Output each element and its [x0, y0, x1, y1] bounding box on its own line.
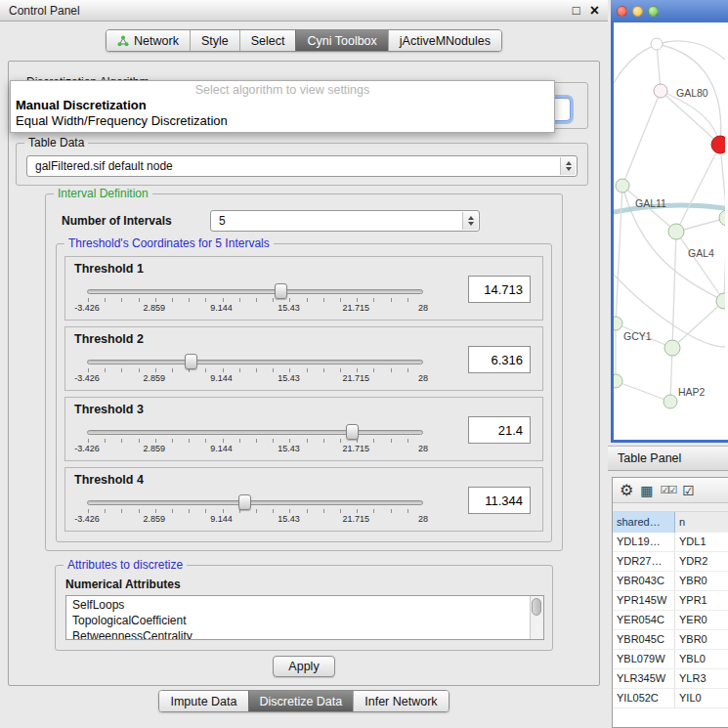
slider-ticks: [88, 368, 423, 372]
network-node[interactable]: [651, 38, 663, 50]
threshold-box-4: Threshold 4-3.4262.8599.14415.4321.71528…: [64, 467, 543, 532]
threshold-value-field[interactable]: 11.344: [468, 487, 531, 514]
slider-track[interactable]: [87, 289, 423, 294]
combobox-stepper-icon[interactable]: [560, 157, 576, 175]
table-column-header[interactable]: shared…: [613, 512, 675, 533]
float-window-icon[interactable]: □: [573, 4, 580, 17]
close-window-icon[interactable]: ×: [590, 3, 599, 19]
columns-icon[interactable]: ▦: [640, 484, 653, 497]
zoom-traffic-light-icon[interactable]: [648, 6, 659, 17]
table-column-header[interactable]: n: [675, 512, 728, 533]
slider-track[interactable]: [87, 360, 423, 364]
network-edge[interactable]: [616, 186, 622, 323]
network-node-hap2[interactable]: [664, 395, 677, 408]
scale-label: 2.859: [144, 514, 166, 524]
network-edge[interactable]: [616, 381, 670, 402]
table-cell: YPR145W: [613, 591, 675, 610]
threshold-value-field[interactable]: 21.4: [468, 416, 531, 444]
tab-select[interactable]: Select: [239, 30, 296, 51]
tab-label: Cyni Toolbox: [307, 34, 376, 48]
network-node[interactable]: [664, 340, 680, 356]
attributes-scrollbar[interactable]: [530, 596, 543, 639]
slider-thumb[interactable]: [185, 354, 197, 369]
slider-thumb[interactable]: [275, 283, 287, 299]
table-row[interactable]: YDL19…YDL1: [613, 533, 728, 552]
threshold-box-2: Threshold 2-3.4262.8599.14415.4321.71528…: [64, 326, 543, 391]
top-tab-row: NetworkStyleSelectCyni ToolboxjActiveMNo…: [0, 29, 608, 52]
network-icon: [117, 35, 129, 47]
combobox-stepper-icon[interactable]: [462, 212, 478, 230]
tab-impute-data[interactable]: Impute Data: [159, 691, 247, 711]
network-node-gal80[interactable]: [654, 84, 667, 98]
slider-track[interactable]: [87, 500, 423, 505]
network-edge[interactable]: [672, 301, 724, 348]
network-edge[interactable]: [724, 218, 725, 301]
scrollbar-thumb[interactable]: [532, 598, 541, 616]
network-node-gal11[interactable]: [616, 179, 629, 193]
scale-label: -3.426: [74, 373, 100, 383]
threshold-slider[interactable]: -3.4262.8599.14415.4321.71528: [87, 281, 423, 319]
popup-item-equal-width-frequency-discretization[interactable]: Equal Width/Frequency Discretization: [11, 113, 554, 129]
table-row[interactable]: YBR045CYBR0: [613, 630, 728, 650]
network-edge[interactable]: [622, 91, 661, 186]
threshold-slider[interactable]: -3.4262.8599.14415.4321.71528: [87, 352, 423, 389]
apply-button[interactable]: Apply: [273, 656, 335, 677]
attribute-item-topologicalcoefficient[interactable]: TopologicalCoefficient: [66, 613, 530, 628]
control-panel-title: Control Panel: [9, 4, 80, 18]
network-edge[interactable]: [672, 232, 676, 348]
network-node[interactable]: [711, 136, 725, 153]
tab-cyni-toolbox[interactable]: Cyni Toolbox: [295, 30, 387, 51]
interval-definition-group-title: Interval Definition: [54, 187, 152, 200]
minimize-traffic-light-icon[interactable]: [632, 6, 643, 17]
table-row[interactable]: YER054CYER0: [613, 611, 728, 630]
slider-thumb[interactable]: [238, 494, 251, 510]
network-node[interactable]: [719, 210, 725, 226]
algorithm-popup: Select algorithm to view settings Manual…: [10, 80, 555, 133]
scale-label: 21.715: [342, 373, 369, 383]
network-view-window: GAL80GAL11GAL4GCY1HAP2: [611, 0, 728, 443]
node-label: GAL4: [688, 247, 714, 259]
table-row[interactable]: YBL079WYBL0: [613, 650, 728, 669]
threshold-value-field[interactable]: 6.316: [468, 346, 531, 373]
network-node[interactable]: [614, 374, 622, 388]
network-edge[interactable]: [676, 145, 720, 232]
tab-network[interactable]: Network: [107, 30, 190, 51]
number-of-intervals-combobox[interactable]: 5: [210, 210, 480, 232]
top-tab-bar: NetworkStyleSelectCyni ToolboxjActiveMNo…: [106, 29, 502, 52]
network-edge[interactable]: [661, 91, 720, 145]
threshold-slider[interactable]: -3.4262.8599.14415.4321.71528: [87, 422, 423, 459]
table-row[interactable]: YPR145WYPR1: [613, 591, 728, 611]
scale-label: 28: [418, 373, 428, 383]
tab-infer-network[interactable]: Infer Network: [353, 691, 448, 711]
slider-track[interactable]: [87, 430, 423, 435]
network-canvas[interactable]: GAL80GAL11GAL4GCY1HAP2: [614, 22, 728, 440]
network-thick-edge[interactable]: [614, 205, 725, 212]
attributes-group: Attributes to discretize Numerical Attri…: [55, 565, 553, 651]
threshold-value-field[interactable]: 14.713: [468, 276, 531, 303]
checkbox-icon[interactable]: ☑: [682, 484, 695, 497]
popup-item-manual-discretization[interactable]: Manual Discretization: [11, 98, 554, 113]
table-cell: YIL052C: [613, 689, 675, 707]
network-node-gcy1[interactable]: [614, 317, 622, 330]
table-cell: YBL0: [675, 650, 728, 668]
tab-style[interactable]: Style: [190, 30, 239, 51]
network-edge[interactable]: [676, 232, 724, 301]
tab-jactivemnodules[interactable]: jActiveMNodules: [388, 30, 501, 51]
table-row[interactable]: YLR345WYLR3: [613, 669, 728, 689]
table-row[interactable]: YBR043CYBR0: [613, 572, 728, 591]
threshold-slider[interactable]: -3.4262.8599.14415.4321.71528: [87, 492, 423, 530]
close-traffic-light-icon[interactable]: [617, 6, 627, 17]
table-row[interactable]: YDR27…YDR2: [613, 552, 728, 572]
gear-icon[interactable]: ⚙: [620, 483, 633, 498]
table-panel-spacer: [613, 503, 728, 512]
tab-discretize-data[interactable]: Discretize Data: [248, 691, 354, 711]
checkbox-pair-icon[interactable]: ☑☑: [661, 485, 676, 495]
network-node-gal4[interactable]: [668, 224, 684, 239]
node-label: HAP2: [678, 386, 706, 398]
table-data-combobox[interactable]: galFiltered.sif default node: [26, 155, 578, 177]
attribute-item-betweennesscentrality[interactable]: BetweennessCentrality: [66, 628, 530, 639]
table-row[interactable]: YIL052CYIL0: [613, 689, 728, 708]
slider-thumb[interactable]: [346, 424, 359, 440]
table-panel-toolbar: ⚙▦☑☑☑: [613, 478, 728, 503]
attribute-item-selfloops[interactable]: SelfLoops: [66, 597, 530, 613]
